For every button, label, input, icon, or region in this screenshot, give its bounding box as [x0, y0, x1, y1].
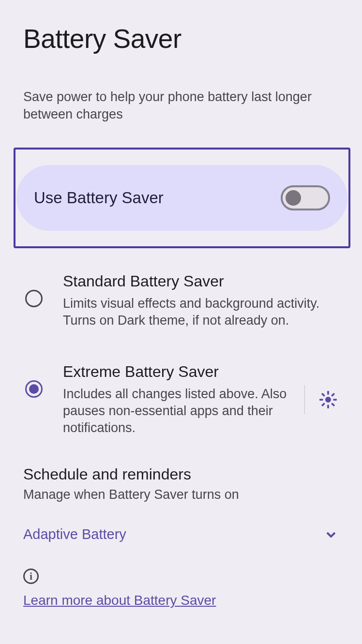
radio-title: Extreme Battery Saver [63, 363, 295, 381]
radio-button-selected[interactable] [25, 380, 43, 398]
gear-icon[interactable] [319, 391, 337, 408]
radio-content: Standard Battery Saver Limits visual eff… [63, 272, 337, 329]
radio-desc: Includes all changes listed above. Also … [63, 386, 295, 436]
svg-point-0 [326, 398, 331, 402]
learn-more-link[interactable]: Learn more about Battery Saver [23, 593, 216, 608]
section-title: Schedule and reminders [23, 465, 339, 483]
highlighted-toggle-area: Use Battery Saver [14, 148, 350, 248]
radio-standard-battery-saver[interactable]: Standard Battery Saver Limits visual eff… [23, 272, 339, 329]
adaptive-battery-item[interactable]: Adaptive Battery [23, 526, 339, 542]
radio-desc: Limits visual effects and background act… [63, 295, 337, 329]
use-battery-saver-card[interactable]: Use Battery Saver [16, 165, 347, 231]
gear-area [304, 385, 337, 414]
radio-button-unselected[interactable] [25, 290, 43, 307]
chevron-down-icon [323, 527, 339, 542]
radio-content: Extreme Battery Saver Includes all chang… [63, 363, 304, 436]
settings-page: Battery Saver Save power to help your ph… [0, 0, 362, 608]
learn-more-row: i Learn more about Battery Saver [23, 569, 339, 608]
schedule-reminders-item[interactable]: Schedule and reminders Manage when Batte… [23, 465, 339, 502]
toggle-label: Use Battery Saver [34, 189, 164, 207]
toggle-thumb [286, 190, 301, 206]
page-subtitle: Save power to help your phone battery la… [23, 88, 339, 123]
section-desc: Manage when Battery Saver turns on [23, 487, 339, 502]
expand-label: Adaptive Battery [23, 526, 126, 542]
radio-extreme-battery-saver[interactable]: Extreme Battery Saver Includes all chang… [23, 363, 339, 436]
radio-title: Standard Battery Saver [63, 272, 337, 290]
battery-saver-toggle[interactable] [281, 185, 330, 210]
info-icon: i [23, 569, 39, 584]
divider [304, 385, 305, 414]
page-title: Battery Saver [23, 23, 339, 54]
